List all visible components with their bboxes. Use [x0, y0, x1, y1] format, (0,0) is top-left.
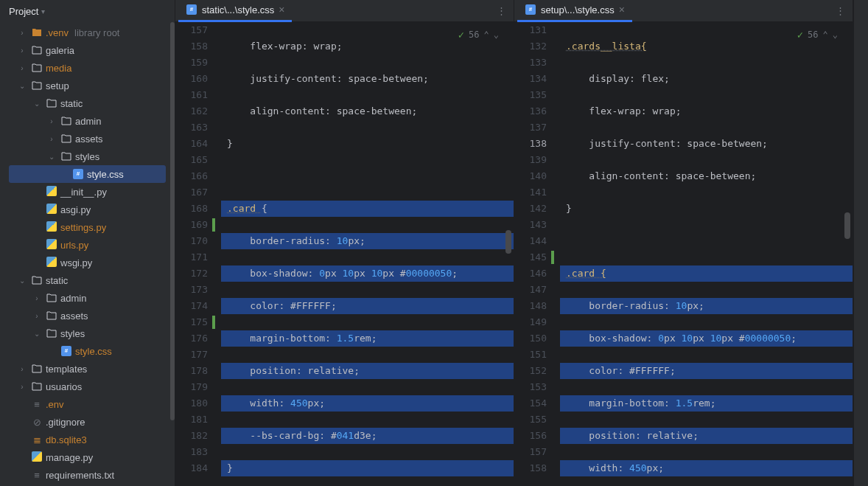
code-text: align-content: space-between; [566, 170, 756, 181]
tree-styles2[interactable]: ⌄ styles [0, 324, 175, 342]
tree-usuarios[interactable]: › usuarios [0, 378, 175, 395]
folder-icon [31, 382, 43, 391]
tree-label: manage.py [46, 452, 93, 463]
tree-static2[interactable]: ⌄ static [0, 271, 175, 289]
chevron-right-icon: › [16, 46, 28, 55]
code-text: --bs-card-bg: # [227, 430, 337, 441]
tree-asgi[interactable]: asgi.py [0, 201, 175, 218]
code-text: position: relative; [566, 430, 699, 441]
folder-icon [60, 117, 72, 125]
tab-label: setup\...\style.css [541, 4, 615, 15]
python-file-icon [31, 451, 43, 464]
tree-assets[interactable]: › assets [0, 130, 175, 147]
code-area-right[interactable]: ✓ 56 ⌃ ⌄ 💡 13113213313413513613713813914… [514, 22, 853, 486]
tree-venv[interactable]: › .venv library root [0, 24, 175, 41]
chevron-down-icon: ⌄ [31, 100, 43, 108]
tabbar-left: # static\...\style.css × ⋮ [175, 0, 514, 22]
tree-label: __init__.py [60, 187, 107, 198]
tree-wsgi[interactable]: wsgi.py [0, 254, 175, 271]
expand-down-icon[interactable]: ⌄ [494, 27, 499, 43]
code-text: px # [721, 333, 744, 344]
right-tool-strip[interactable] [853, 0, 868, 486]
code-text: ; [452, 268, 458, 279]
code-left[interactable]: flex-wrap: wrap; justify-content: space-… [221, 22, 514, 486]
tree-templates[interactable]: › templates [0, 360, 175, 378]
expand-down-icon[interactable]: ⌄ [833, 27, 838, 43]
code-text: px; [348, 235, 365, 246]
inspections-widget[interactable]: ✓ 56 ⌃ ⌄ [797, 27, 838, 43]
code-text: d3e; [354, 430, 377, 441]
tab-more-icon[interactable]: ⋮ [492, 5, 511, 16]
editor-left: # static\...\style.css × ⋮ ✓ 56 ⌃ ⌄ 1571… [175, 0, 514, 486]
tree-dbsqlite[interactable]: ≣ db.sqlite3 [0, 431, 175, 448]
tree-stylecss2[interactable]: # style.css [0, 342, 175, 360]
collapse-up-icon[interactable]: ⌃ [823, 27, 828, 43]
tree-label: admin [60, 293, 86, 304]
tree-admin[interactable]: › admin [0, 112, 175, 130]
code-text: border-radius: [566, 300, 676, 311]
tree-static[interactable]: ⌄ static [0, 94, 175, 112]
tree-styles[interactable]: ⌄ styles [0, 147, 175, 165]
editors-split: # static\...\style.css × ⋮ ✓ 56 ⌃ ⌄ 1571… [175, 0, 853, 486]
code-text: rem; [693, 398, 715, 409]
tree-settings[interactable]: settings.py [0, 218, 175, 236]
code-text: .card [227, 203, 262, 214]
scrollbar-thumb[interactable] [844, 212, 850, 239]
code-text: } [566, 203, 572, 214]
tree-gitignore[interactable]: ⊘ .gitignore [0, 413, 175, 431]
code-right[interactable]: .cards__lista{ display: flex; flex-wrap:… [560, 22, 853, 486]
tree-requirements[interactable]: ≡ requirements.txt [0, 466, 175, 484]
tree-init[interactable]: __init__.py [0, 183, 175, 201]
code-text: 10 [676, 300, 687, 311]
code-text: justify-content: space-between; [566, 138, 768, 149]
tree-galeria[interactable]: › galeria [0, 41, 175, 59]
chevron-right-icon: › [46, 117, 57, 125]
tree-label: media [46, 63, 71, 74]
tree-label: asgi.py [60, 204, 91, 215]
gutter-left[interactable]: 1571581591601611621631641651661671681691… [175, 22, 221, 486]
close-icon[interactable]: × [279, 4, 284, 15]
tree-stylecss[interactable]: # style.css [9, 165, 166, 183]
inspections-widget[interactable]: ✓ 56 ⌃ ⌄ [458, 27, 499, 43]
css-file-icon: # [72, 169, 84, 179]
tree-label: galeria [46, 45, 74, 56]
chevron-right-icon: › [31, 312, 43, 320]
close-icon[interactable]: × [619, 4, 625, 15]
text-file-icon: ≡ [31, 399, 43, 410]
css-file-icon: # [525, 4, 536, 15]
gutter-right[interactable]: 1311321331341351361371381391401411421431… [514, 22, 560, 486]
tree-urls[interactable]: urls.py [0, 236, 175, 254]
code-text: position: relative; [227, 365, 360, 376]
tree-label: assets [60, 310, 88, 322]
tree-manage[interactable]: manage.py [0, 448, 175, 466]
folder-icon [31, 28, 43, 37]
tab-more-icon[interactable]: ⋮ [831, 5, 850, 16]
code-area-left[interactable]: ✓ 56 ⌃ ⌄ 1571581591601611621631641651661… [175, 22, 514, 486]
folder-icon [31, 276, 43, 285]
tab-right-style[interactable]: # setup\...\style.css × [517, 0, 632, 22]
code-text: align-content: space-between; [227, 105, 417, 117]
code-text: 1.5 [337, 333, 354, 344]
check-icon: ✓ [458, 27, 464, 43]
folder-icon [46, 311, 57, 320]
tree-env[interactable]: ≡ .env [0, 395, 175, 413]
sidebar-scrollbar[interactable] [170, 22, 175, 420]
tree-media[interactable]: › media [0, 59, 175, 77]
scrollbar-thumb[interactable] [505, 230, 511, 254]
code-text: 00000050 [406, 268, 452, 279]
tree-admin2[interactable]: › admin [0, 289, 175, 307]
tree-assets2[interactable]: › assets [0, 307, 175, 324]
project-header[interactable]: Project ▾ [0, 0, 175, 22]
code-text: rem; [354, 333, 377, 344]
code-text: border-radius: [227, 235, 337, 246]
collapse-up-icon[interactable]: ⌃ [484, 27, 489, 43]
code-text: 10 [343, 268, 354, 279]
code-text: 10 [682, 333, 693, 344]
tree-setup[interactable]: ⌄ setup [0, 77, 175, 94]
folder-icon [31, 81, 43, 90]
editor-scrollbar[interactable] [844, 44, 851, 486]
tab-left-style[interactable]: # static\...\style.css × [178, 0, 292, 22]
folder-icon [46, 294, 57, 302]
code-text: box-shadow: [227, 268, 319, 279]
editor-scrollbar[interactable] [505, 44, 512, 486]
